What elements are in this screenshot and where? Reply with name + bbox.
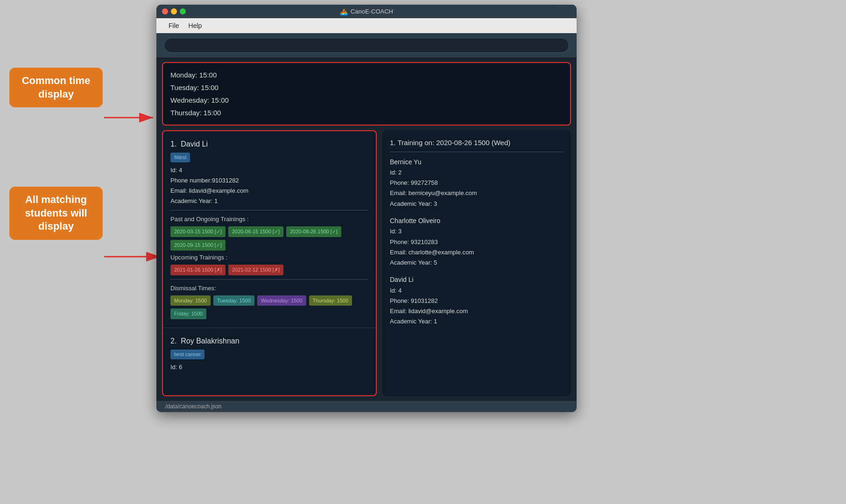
- dismissal-wednesday: Wednesday: 1500: [257, 295, 306, 306]
- student-email-1: Email: lidavid@example.com: [170, 186, 368, 196]
- menubar: File Help: [156, 18, 577, 33]
- past-tag-3: 2020-08-26 1500 [✓]: [286, 226, 341, 237]
- common-time-line-2: Tuesday: 15:00: [170, 81, 563, 94]
- titlebar-buttons: [162, 8, 186, 14]
- past-tag-1: 2020-03-15 1500 [✓]: [170, 226, 226, 237]
- dismissal-tags: Monday: 1500 Tuesday: 1500 Wednesday: 15…: [170, 295, 368, 319]
- training-person-name-charlotte: Charlotte Oliveiro: [390, 216, 564, 227]
- training-person-name-david: David Li: [390, 274, 564, 286]
- student-phone-1: Phone number:91031282: [170, 175, 368, 186]
- student-name-david-li: 1. David Li: [170, 138, 368, 150]
- training-person-email-bernice: Email: berniceyu@example.com: [390, 188, 564, 198]
- training-section-title: 1. Training on: 2020-08-26 1500 (Wed): [390, 137, 564, 152]
- upcoming-tag-1: 2021-01-26 1500 [✗]: [170, 265, 226, 275]
- training-person-phone-david: Phone: 91031282: [390, 296, 564, 306]
- dismissal-label: Dismissal Times:: [170, 283, 368, 294]
- badge-fittest: fittest: [170, 153, 190, 162]
- student-card-david-li: 1. David Li fittest Id: 4 Phone number:9…: [163, 131, 376, 328]
- upcoming-tag-2: 2021-02-12 1500 [✗]: [228, 265, 283, 275]
- dismissal-tuesday: Tuesday: 1500: [213, 295, 254, 306]
- training-person-charlotte: Charlotte Oliveiro Id: 3 Phone: 93210283…: [390, 216, 564, 268]
- arrow-common-time: [102, 108, 158, 127]
- training-person-year-charlotte: Academic Year: 5: [390, 258, 564, 268]
- past-trainings-tags: 2020-03-15 1500 [✓] 2020-06-15 1500 [✓] …: [170, 226, 368, 250]
- past-tag-2: 2020-06-15 1500 [✓]: [228, 226, 283, 237]
- menu-help[interactable]: Help: [184, 20, 207, 31]
- training-person-id-charlotte: Id: 3: [390, 226, 564, 237]
- search-area: [156, 33, 577, 57]
- titlebar: 🚣 CanoE-COACH: [156, 5, 577, 18]
- training-person-year-bernice: Academic Year: 3: [390, 199, 564, 209]
- common-time-line-1: Monday: 15:00: [170, 69, 563, 81]
- annotation-matching-students: All matching students will display: [9, 187, 103, 240]
- status-bar: ./data/canoecoach.json: [156, 401, 577, 412]
- student-card-roy: 2. Roy Balakrishnan best canoer Id: 6: [163, 328, 376, 379]
- training-person-email-charlotte: Email: charlotte@example.com: [390, 247, 564, 258]
- main-content: 1. David Li fittest Id: 4 Phone number:9…: [156, 130, 577, 401]
- training-person-id-david: Id: 4: [390, 286, 564, 296]
- minimize-button[interactable]: [171, 8, 177, 14]
- training-person-david: David Li Id: 4 Phone: 91031282 Email: li…: [390, 274, 564, 327]
- past-tag-4: 2020-09-15 1500 [✓]: [170, 240, 226, 251]
- app-icon: 🚣: [340, 8, 348, 15]
- training-person-phone-bernice: Phone: 99272758: [390, 178, 564, 188]
- training-person-email-david: Email: lidavid@example.com: [390, 306, 564, 316]
- upcoming-trainings-label: Upcoming Trainings :: [170, 252, 368, 263]
- search-bar[interactable]: [164, 38, 569, 53]
- training-person-name-bernice: Bernice Yu: [390, 157, 564, 168]
- common-time-panel: Monday: 15:00 Tuesday: 15:00 Wednesday: …: [162, 62, 571, 126]
- training-person-phone-charlotte: Phone: 93210283: [390, 237, 564, 247]
- screen-wrapper: Common time display All matching student…: [0, 0, 846, 504]
- divider-1: [170, 210, 368, 210]
- training-person-year-david: Academic Year: 1: [390, 316, 564, 327]
- divider-2: [170, 279, 368, 280]
- close-button[interactable]: [162, 8, 168, 14]
- common-time-line-3: Wednesday: 15:00: [170, 94, 563, 106]
- student-id-1: Id: 4: [170, 165, 368, 175]
- badge-best-canoer: best canoer: [170, 350, 204, 359]
- student-id-2: Id: 6: [170, 362, 368, 372]
- student-name-roy: 2. Roy Balakrishnan: [170, 335, 368, 347]
- dismissal-friday: Friday: 1500: [170, 308, 206, 319]
- dismissal-thursday: Thursday: 1500: [309, 295, 352, 306]
- menu-file[interactable]: File: [164, 20, 184, 31]
- dismissal-monday: Monday: 1500: [170, 295, 211, 306]
- training-person-id-bernice: Id: 2: [390, 168, 564, 178]
- maximize-button[interactable]: [180, 8, 186, 14]
- status-text: ./data/canoecoach.json: [164, 403, 221, 410]
- upcoming-trainings-tags: 2021-01-26 1500 [✗] 2021-02-12 1500 [✗]: [170, 265, 368, 275]
- training-panel[interactable]: 1. Training on: 2020-08-26 1500 (Wed) Be…: [382, 130, 571, 396]
- window-title: 🚣 CanoE-COACH: [340, 8, 393, 15]
- student-academic-year-1: Academic Year: 1: [170, 196, 368, 206]
- annotation-common-time: Common time display: [9, 68, 103, 107]
- training-person-bernice: Bernice Yu Id: 2 Phone: 99272758 Email: …: [390, 157, 564, 209]
- past-trainings-label: Past and Ongoing Trainings :: [170, 214, 368, 224]
- students-panel[interactable]: 1. David Li fittest Id: 4 Phone number:9…: [162, 130, 377, 396]
- app-window: 🚣 CanoE-COACH File Help Monday: 15:00 Tu…: [156, 5, 577, 412]
- common-time-line-4: Thursday: 15:00: [170, 106, 563, 119]
